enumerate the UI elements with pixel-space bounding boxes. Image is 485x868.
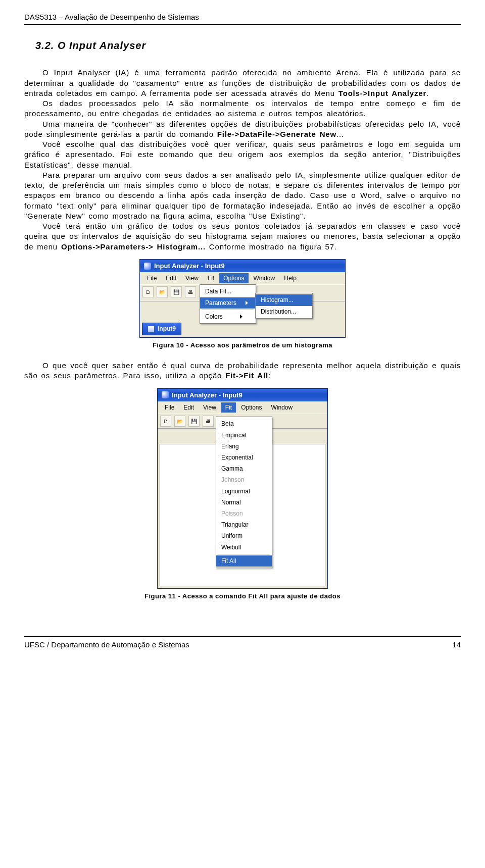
fit-erlang[interactable]: Erlang bbox=[216, 441, 272, 452]
fit-empirical[interactable]: Empirical bbox=[216, 430, 272, 441]
toolbar-open-icon[interactable]: 📂 bbox=[157, 286, 168, 297]
figure-11-caption: Figura 11 - Acesso a comando Fit All par… bbox=[24, 592, 461, 601]
parameters-distribution[interactable]: Distribution... bbox=[256, 306, 312, 317]
toolbar-open-icon[interactable]: 📂 bbox=[174, 416, 185, 427]
toolbar-new-icon[interactable]: 🗋 bbox=[142, 286, 154, 297]
menu-file[interactable]: File bbox=[161, 402, 178, 413]
menu-edit[interactable]: Edit bbox=[162, 273, 180, 283]
toolbar-save-icon[interactable]: 💾 bbox=[188, 416, 200, 427]
fit-exponential[interactable]: Exponential bbox=[216, 452, 272, 463]
window-input-analyzer-2: Input Analyzer - Input9 File Edit View F… bbox=[157, 388, 328, 589]
menu-window[interactable]: Window bbox=[250, 273, 279, 283]
body-text: O Input Analyser (IA) é uma ferramenta p… bbox=[24, 68, 461, 252]
titlebar: Input Analyzer - Input9 bbox=[140, 260, 345, 273]
toolbar-print-icon[interactable]: 🖶 bbox=[203, 416, 214, 427]
figure-10-caption: Figura 10 - Acesso aos parâmetros de um … bbox=[24, 341, 461, 350]
course-code: DAS5313 – Avaliação de Desempenho de Sis… bbox=[24, 13, 199, 21]
menu-window[interactable]: Window bbox=[267, 402, 297, 413]
toolbar-save-icon[interactable]: 💾 bbox=[171, 286, 182, 297]
window-title: Input Analyzer - Input9 bbox=[154, 262, 225, 271]
fit-beta[interactable]: Beta bbox=[216, 418, 272, 429]
parameters-submenu: Histogram... Distribution... bbox=[255, 293, 313, 318]
menu-view[interactable]: View bbox=[181, 273, 203, 283]
options-parameters[interactable]: Parameters bbox=[200, 297, 256, 309]
app-icon bbox=[162, 391, 169, 398]
options-dropdown: Data Fit... Parameters Colors bbox=[200, 284, 256, 324]
menubar: File Edit View Fit Options Window Help bbox=[140, 272, 345, 284]
paragraph-1: O Input Analyser (IA) é uma ferramenta p… bbox=[24, 68, 461, 98]
paragraph-4: Você escolhe qual das distribuições você… bbox=[24, 139, 461, 170]
menu-options[interactable]: Options bbox=[237, 402, 266, 413]
toolbar: 🗋 📂 💾 🖶 Data Fit... Parameters Colors bbox=[140, 284, 345, 301]
fit-uniform[interactable]: Uniform bbox=[216, 530, 272, 541]
toolbar-print-icon[interactable]: 🖶 bbox=[185, 286, 196, 297]
menu-fit[interactable]: Fit bbox=[221, 402, 236, 413]
section-title: 3.2. O Input Analyser bbox=[35, 39, 461, 53]
titlebar-2: Input Analyzer - Input9 bbox=[158, 389, 327, 402]
paragraph-7: O que você quer saber então é qual curva… bbox=[24, 361, 461, 381]
menu-fit[interactable]: Fit bbox=[204, 273, 218, 283]
paragraph-3: Uma maneira de "conhecer" as diferentes … bbox=[24, 119, 461, 140]
toolbar-new-icon[interactable]: 🗋 bbox=[160, 416, 171, 427]
fit-dropdown: Beta Empirical Erlang Exponential Gamma … bbox=[216, 417, 272, 568]
menubar-2: File Edit View Fit Options Window bbox=[158, 401, 327, 414]
menu-options[interactable]: Options bbox=[219, 273, 248, 283]
window-input-analyzer: Input Analyzer - Input9 File Edit View F… bbox=[139, 259, 346, 338]
fit-weibull[interactable]: Weibull bbox=[216, 542, 272, 553]
page-header: DAS5313 – Avaliação de Desempenho de Sis… bbox=[24, 12, 461, 25]
body-text-2: O que você quer saber então é qual curva… bbox=[24, 361, 461, 381]
app-icon bbox=[144, 263, 151, 270]
page-number: 14 bbox=[452, 640, 461, 650]
paragraph-6: Você terá então um gráfico de todos os s… bbox=[24, 221, 461, 252]
figure-10: Input Analyzer - Input9 File Edit View F… bbox=[24, 259, 461, 338]
menu-view[interactable]: View bbox=[199, 402, 220, 413]
chevron-right-icon bbox=[240, 315, 243, 319]
doc-tab[interactable]: Input9 bbox=[142, 323, 181, 335]
menu-separator bbox=[202, 310, 254, 310]
window-title-2: Input Analyzer - Input9 bbox=[172, 391, 243, 400]
document-area: Beta Empirical Erlang Exponential Gamma … bbox=[160, 444, 325, 586]
fit-triangular[interactable]: Triangular bbox=[216, 519, 272, 530]
doc-tab-label: Input9 bbox=[158, 325, 176, 333]
fit-fitall[interactable]: Fit All bbox=[216, 555, 272, 567]
fit-gamma[interactable]: Gamma bbox=[216, 463, 272, 474]
options-colors[interactable]: Colors bbox=[200, 311, 256, 322]
parameters-histogram[interactable]: Histogram... bbox=[256, 294, 312, 305]
page-footer: UFSC / Departamento de Automação e Siste… bbox=[24, 636, 461, 650]
figure-11: Input Analyzer - Input9 File Edit View F… bbox=[24, 388, 461, 589]
fit-normal[interactable]: Normal bbox=[216, 497, 272, 508]
menu-file[interactable]: File bbox=[143, 273, 161, 283]
menu-separator bbox=[218, 554, 270, 554]
document-icon bbox=[148, 326, 155, 333]
paragraph-5: Para preparar um arquivo com seus dados … bbox=[24, 170, 461, 221]
fit-lognormal[interactable]: Lognormal bbox=[216, 486, 272, 497]
chevron-right-icon bbox=[246, 301, 248, 305]
menu-help[interactable]: Help bbox=[280, 273, 301, 283]
menu-edit[interactable]: Edit bbox=[179, 402, 198, 413]
fit-poisson: Poisson bbox=[216, 508, 272, 519]
footer-left: UFSC / Departamento de Automação e Siste… bbox=[24, 640, 189, 650]
fit-johnson: Johnson bbox=[216, 474, 272, 485]
options-datafit[interactable]: Data Fit... bbox=[200, 286, 256, 297]
paragraph-2: Os dados processados pelo IA são normalm… bbox=[24, 98, 461, 119]
